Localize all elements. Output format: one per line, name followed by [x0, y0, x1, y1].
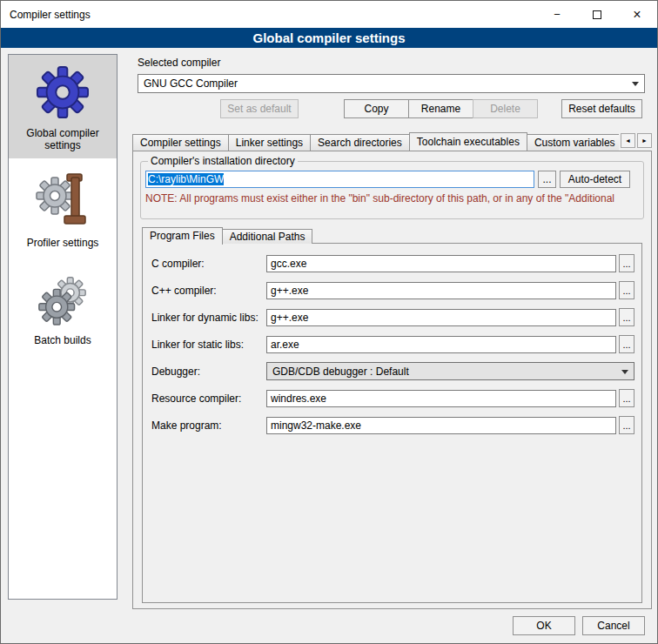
- selected-compiler-value: GNU GCC Compiler: [144, 77, 238, 90]
- note-text: NOTE: All programs must exist either in …: [145, 192, 639, 205]
- installation-directory-input[interactable]: C:\raylib\MinGW: [145, 171, 534, 188]
- browse-directory-button[interactable]: ...: [538, 171, 556, 188]
- arrow-left-icon: ◄: [625, 138, 631, 144]
- program-files-tab-bar: Program Files Additional Paths: [142, 226, 312, 244]
- compiler-actions: Set as default Copy Rename Delete Reset …: [127, 99, 657, 118]
- window-title: Compiler settings: [10, 9, 91, 21]
- tabs-strip: Compiler settings Linker settings Search…: [132, 131, 619, 151]
- field-row-resource-compiler: Resource compiler: ...: [151, 389, 634, 407]
- browse-button[interactable]: ...: [619, 389, 634, 407]
- c-compiler-label: C compiler:: [151, 258, 266, 270]
- selected-compiler-dropdown[interactable]: GNU GCC Compiler: [138, 74, 645, 93]
- cpp-compiler-input[interactable]: [266, 282, 616, 299]
- reset-defaults-button[interactable]: Reset defaults: [561, 99, 642, 118]
- compiler-settings-window: Compiler settings − × Global compiler se…: [0, 0, 658, 644]
- close-button[interactable]: ×: [617, 1, 657, 28]
- settings-tab-bar: Compiler settings Linker settings Search…: [132, 131, 652, 151]
- blue-gear-icon: [10, 63, 115, 122]
- field-row-static-linker: Linker for static libs: ...: [151, 335, 634, 353]
- static-linker-input[interactable]: [266, 336, 616, 353]
- dialog-buttons: OK Cancel: [513, 616, 645, 635]
- toolchain-executables-panel: Compiler's installation directory C:\ray…: [132, 151, 652, 609]
- batch-gears-icon: [10, 270, 115, 329]
- tab-program-files[interactable]: Program Files: [142, 227, 223, 245]
- tab-additional-paths[interactable]: Additional Paths: [222, 229, 313, 244]
- installation-directory-group: Compiler's installation directory C:\ray…: [140, 155, 644, 219]
- chevron-down-icon: [632, 82, 639, 90]
- tab-linker-settings[interactable]: Linker settings: [228, 134, 311, 151]
- delete-button[interactable]: Delete: [473, 99, 538, 118]
- main-panel: Selected compiler GNU GCC Compiler Set a…: [127, 48, 657, 643]
- c-compiler-input[interactable]: [266, 255, 616, 272]
- rename-button[interactable]: Rename: [408, 99, 473, 118]
- copy-button[interactable]: Copy: [344, 99, 409, 118]
- tab-custom-variables[interactable]: Custom variables: [527, 134, 619, 151]
- browse-button[interactable]: ...: [619, 308, 634, 326]
- sidebar-item-label: Global compiler settings: [10, 127, 115, 151]
- arrow-right-icon: ►: [641, 138, 648, 144]
- static-linker-label: Linker for static libs:: [151, 339, 266, 351]
- tab-scroll-left-button[interactable]: ◄: [621, 133, 635, 148]
- field-row-make-program: Make program: ...: [151, 416, 634, 434]
- selected-compiler-label: Selected compiler: [138, 57, 220, 69]
- window-controls: − ×: [537, 1, 657, 28]
- set-as-default-button[interactable]: Set as default: [220, 99, 299, 118]
- browse-button[interactable]: ...: [619, 335, 634, 353]
- sidebar-item-batch-builds[interactable]: Batch builds: [9, 256, 117, 353]
- browse-button[interactable]: ...: [619, 416, 634, 434]
- sidebar-item-label: Batch builds: [10, 334, 115, 346]
- tab-scroll-right-button[interactable]: ►: [637, 133, 652, 148]
- debugger-label: Debugger:: [151, 366, 266, 378]
- profiler-tool-icon: [10, 172, 115, 231]
- browse-button[interactable]: ...: [619, 254, 634, 272]
- tab-toolchain-executables[interactable]: Toolchain executables: [409, 132, 527, 151]
- program-files-panel: C compiler: ... C++ compiler: ... Linker…: [142, 243, 642, 603]
- maximize-icon: [593, 10, 601, 19]
- dynamic-linker-input[interactable]: [266, 309, 616, 326]
- cpp-compiler-label: C++ compiler:: [151, 285, 266, 297]
- chevron-down-icon: [621, 370, 628, 378]
- field-row-c-compiler: C compiler: ...: [151, 254, 634, 272]
- auto-detect-button[interactable]: Auto-detect: [560, 171, 630, 188]
- field-row-debugger: Debugger: GDB/CDB debugger : Default: [151, 362, 634, 380]
- sidebar-item-label: Profiler settings: [10, 237, 115, 249]
- resource-compiler-input[interactable]: [266, 390, 616, 407]
- installation-directory-row: C:\raylib\MinGW ... Auto-detect: [145, 171, 639, 188]
- field-row-cpp-compiler: C++ compiler: ...: [151, 281, 634, 299]
- make-program-label: Make program:: [151, 419, 266, 432]
- resource-compiler-label: Resource compiler:: [151, 392, 266, 405]
- tab-search-directories[interactable]: Search directories: [310, 134, 410, 151]
- dialog-body: Global compiler settings: [1, 48, 657, 643]
- category-list: Global compiler settings: [8, 54, 118, 600]
- dialog-header: Global compiler settings: [1, 28, 657, 48]
- browse-button[interactable]: ...: [619, 281, 634, 299]
- tab-compiler-settings[interactable]: Compiler settings: [132, 134, 229, 151]
- installation-directory-legend: Compiler's installation directory: [148, 155, 298, 167]
- title-bar: Compiler settings − ×: [1, 1, 657, 28]
- ok-button[interactable]: OK: [513, 616, 575, 635]
- close-icon: ×: [633, 7, 641, 23]
- sidebar-item-profiler-settings[interactable]: Profiler settings: [9, 158, 117, 256]
- minimize-button[interactable]: −: [537, 1, 577, 28]
- selected-path-text: C:\raylib\MinGW: [148, 173, 224, 185]
- sidebar-item-global-compiler-settings[interactable]: Global compiler settings: [9, 55, 117, 158]
- debugger-dropdown[interactable]: GDB/CDB debugger : Default: [266, 362, 634, 380]
- debugger-value: GDB/CDB debugger : Default: [272, 366, 409, 378]
- maximize-button[interactable]: [577, 1, 617, 28]
- dynamic-linker-label: Linker for dynamic libs:: [151, 312, 266, 324]
- minimize-icon: −: [554, 8, 561, 21]
- field-row-dynamic-linker: Linker for dynamic libs: ...: [151, 308, 634, 326]
- cancel-button[interactable]: Cancel: [582, 616, 645, 635]
- make-program-input[interactable]: [266, 417, 616, 434]
